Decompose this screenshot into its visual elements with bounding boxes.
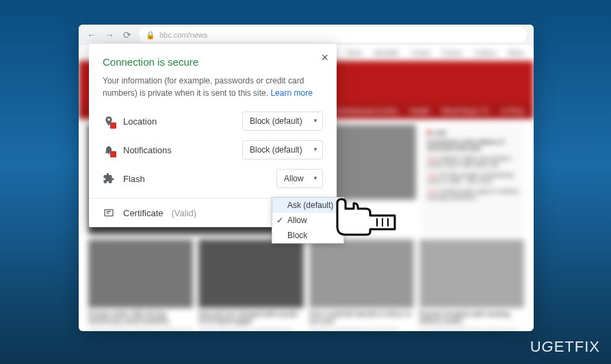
flash-select[interactable]: Allow — [276, 169, 323, 188]
permission-row-flash: Flash Allow — [103, 169, 323, 188]
forward-button[interactable]: → — [103, 29, 116, 41]
location-select[interactable]: Block (default) — [242, 112, 323, 131]
close-button[interactable]: × — [321, 51, 328, 65]
back-button[interactable]: ← — [86, 29, 98, 41]
permission-row-location: Location Block (default) — [103, 112, 323, 131]
reload-button[interactable]: ⟳ — [121, 29, 133, 41]
certificate-status: (Valid) — [172, 208, 197, 218]
notifications-select[interactable]: Block (default) — [242, 140, 323, 159]
permission-label: Notifications — [123, 145, 172, 155]
lock-icon: 🔒 — [146, 31, 155, 40]
certificate-icon — [103, 207, 115, 219]
puzzle-icon — [103, 172, 115, 185]
popup-description: Your information (for example, passwords… — [103, 75, 323, 99]
browser-chrome: ← → ⟳ 🔒 bbc.com/news — [79, 25, 534, 45]
location-icon — [103, 115, 115, 127]
connection-secure-title: Connection is secure — [103, 56, 323, 68]
permission-row-notifications: Notifications Block (default) — [103, 140, 323, 159]
url-text: bbc.com/news — [159, 31, 207, 39]
certificate-label: Certificate — [123, 208, 164, 218]
check-icon: ✓ — [276, 216, 283, 225]
url-bar[interactable]: 🔒 bbc.com/news — [139, 27, 527, 42]
learn-more-link[interactable]: Learn more — [270, 88, 312, 98]
permission-label: Flash — [123, 174, 145, 184]
watermark: UGETFIX — [530, 338, 600, 356]
pointing-hand-icon — [332, 195, 400, 240]
bell-icon — [103, 144, 115, 156]
permission-label: Location — [123, 116, 157, 127]
